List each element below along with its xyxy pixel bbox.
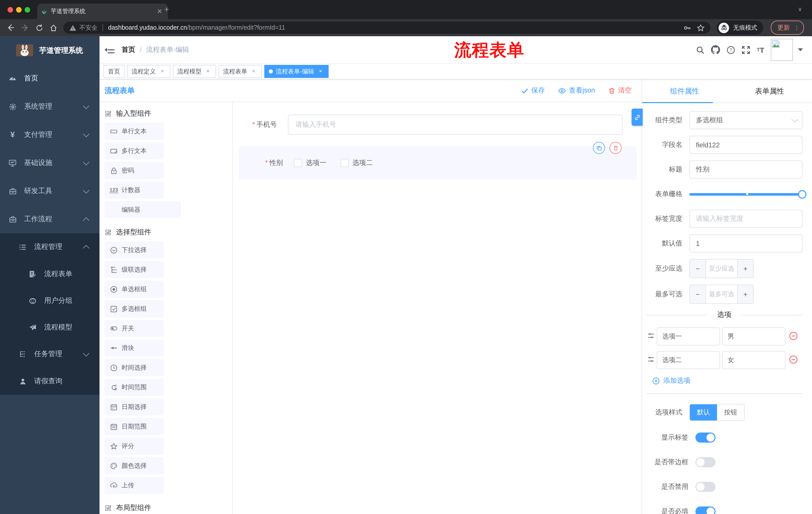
password-key-icon[interactable] — [684, 24, 691, 31]
avatar-caret-icon[interactable] — [798, 48, 803, 51]
tag-流程模型[interactable]: 流程模型× — [173, 65, 216, 78]
component-item-评分[interactable]: 评分 — [105, 437, 164, 455]
drag-handle[interactable] — [647, 332, 655, 341]
bookmark-star-icon[interactable] — [697, 24, 704, 31]
slider-handle[interactable] — [798, 190, 807, 198]
tab-component-props[interactable]: 组件属性 — [642, 79, 727, 103]
component-item-上传[interactable]: 上传 — [105, 477, 164, 494]
stepper-minus-button[interactable]: − — [690, 285, 705, 303]
tag-流程定义[interactable]: 流程定义× — [127, 65, 170, 78]
tag-close-icon[interactable]: × — [250, 68, 257, 75]
link-toggle-tab[interactable] — [632, 109, 643, 126]
browser-tab[interactable]: 芋道管理系统 ✕ — [37, 3, 168, 19]
phone-input[interactable]: 请输入手机号 — [288, 115, 622, 135]
component-item-时间选择[interactable]: 时间选择 — [105, 359, 164, 376]
gender-field-selected-block[interactable]: *性别 选项一 选项二 — [239, 146, 637, 180]
grid-slider[interactable] — [689, 185, 803, 203]
zoom-window-button[interactable] — [25, 7, 30, 12]
search-icon[interactable] — [696, 46, 705, 54]
minimize-window-button[interactable] — [16, 7, 22, 12]
option-value-input[interactable]: 男 — [722, 327, 785, 346]
tag-close-icon[interactable]: × — [159, 68, 166, 75]
option-label-input[interactable]: 选项一 — [657, 327, 720, 346]
drag-handle[interactable] — [647, 356, 655, 364]
security-warning-icon[interactable] — [69, 24, 76, 31]
component-item-多行文本[interactable]: 多行文本 — [105, 142, 164, 159]
add-option-button[interactable]: 添加选项 — [652, 376, 803, 385]
component-item-日期选择[interactable]: 日期选择 — [105, 398, 164, 415]
delete-component-button[interactable] — [609, 142, 621, 154]
sidebar-item-任务管理[interactable]: 任务管理 — [0, 341, 99, 368]
field-input-默认值[interactable]: 1 — [689, 234, 803, 252]
tag-close-icon[interactable]: × — [317, 68, 324, 75]
component-item-计数器[interactable]: 123计数器 — [105, 182, 164, 199]
reload-icon[interactable] — [36, 24, 43, 31]
sidebar-item-支付管理[interactable]: ¥支付管理 — [0, 121, 99, 149]
field-input-标签宽度[interactable]: 请输入标签宽度 — [689, 210, 803, 228]
tab-close-icon[interactable]: ✕ — [155, 7, 164, 15]
toggle-是否带边框[interactable] — [695, 457, 716, 467]
field-input-字段名[interactable]: field122 — [689, 136, 803, 154]
sidebar-item-流程表单[interactable]: 流程表单 — [0, 261, 99, 287]
component-item-下拉选择[interactable]: 下拉选择 — [105, 241, 164, 259]
help-icon[interactable]: ? — [727, 46, 735, 54]
option-label-input[interactable]: 选项二 — [657, 351, 720, 369]
component-item-多选框组[interactable]: 多选框组 — [105, 300, 164, 317]
sidebar-logo[interactable]: 芋道管理系统 — [0, 36, 99, 64]
copy-component-button[interactable] — [593, 142, 605, 154]
stepper-minus-button[interactable]: − — [690, 260, 705, 278]
close-window-button[interactable] — [7, 7, 13, 12]
component-item-颜色选择[interactable]: 颜色选择 — [105, 457, 164, 474]
sidebar-item-流程模型[interactable]: 流程模型 — [0, 314, 99, 341]
stepper-input[interactable]: 至少应选 — [705, 260, 737, 278]
stepper-plus-button[interactable]: + — [737, 260, 753, 278]
sidebar-item-用户分组[interactable]: 用户分组 — [0, 287, 99, 314]
clear-button[interactable]: 清空 — [608, 86, 632, 95]
tag-close-icon[interactable]: × — [204, 68, 211, 75]
component-item-单选框组[interactable]: 单选框组 — [105, 281, 164, 298]
gender-option-1-checkbox[interactable]: 选项一 — [294, 158, 326, 167]
component-item-单行文本[interactable]: 单行文本 — [105, 123, 164, 140]
toggle-是否必填[interactable] — [695, 507, 716, 514]
tag-流程表单-编辑[interactable]: 流程表单-编辑× — [264, 65, 329, 78]
sidebar-item-系统管理[interactable]: 系统管理 — [0, 92, 99, 121]
browser-update-button[interactable]: 更新 ⋮ — [771, 21, 804, 35]
view-json-button[interactable]: 查看json — [558, 86, 595, 95]
component-item-日期范围[interactable]: 日期范围 — [105, 418, 164, 435]
fullscreen-icon[interactable] — [742, 46, 750, 54]
sidebar-item-工作流程[interactable]: 工作流程 — [0, 205, 99, 233]
browser-menu-dots-icon[interactable]: ⋮ — [794, 24, 800, 31]
github-icon[interactable] — [711, 45, 720, 54]
sidebar-item-流程管理[interactable]: 流程管理 — [0, 233, 99, 261]
checkbox-icon[interactable] — [294, 159, 302, 167]
forward-icon[interactable] — [21, 24, 29, 32]
component-item-开关[interactable]: 开关 — [105, 320, 164, 337]
component-item-级联选择[interactable]: 级联选择 — [105, 261, 164, 278]
sidebar-item-请假查询[interactable]: 请假查询 — [0, 368, 99, 395]
tag-流程表单[interactable]: 流程表单× — [219, 65, 262, 78]
component-item-滑块[interactable]: 滑块 — [105, 340, 164, 357]
url-bar[interactable]: 不安全 dashboard.yudao.iocoder.cn/bpm/manag… — [63, 22, 710, 34]
sidebar-item-研发工具[interactable]: 研发工具 — [0, 177, 99, 205]
component-item-密码[interactable]: 密码 — [105, 162, 164, 179]
tag-首页[interactable]: 首页 — [104, 65, 125, 78]
breadcrumb-home[interactable]: 首页 — [122, 45, 135, 54]
tab-form-props[interactable]: 表单属性 — [727, 79, 812, 103]
remove-option-button[interactable] — [789, 331, 798, 342]
sidebar-item-首页[interactable]: 首页 — [0, 64, 99, 92]
tab-search-caret-icon[interactable]: ∨ — [798, 6, 802, 12]
sidebar-collapse-icon[interactable] — [105, 46, 115, 54]
sidebar-item-基础设施[interactable]: 基础设施 — [0, 149, 99, 177]
home-icon[interactable] — [50, 24, 57, 31]
checkbox-icon[interactable] — [341, 159, 348, 167]
component-item-编辑器[interactable]: 编辑器 — [105, 201, 181, 218]
phone-field-row[interactable]: *手机号 请输入手机号 — [233, 115, 642, 135]
new-tab-button[interactable]: + — [164, 5, 169, 13]
font-size-icon[interactable]: TT — [757, 46, 764, 54]
stepper-plus-button[interactable]: + — [737, 285, 753, 303]
remove-option-button[interactable] — [789, 355, 798, 366]
style-button-button[interactable]: 按钮 — [717, 404, 744, 421]
field-input-标题[interactable]: 性别 — [689, 160, 803, 179]
component-item-时间范围[interactable]: 时间范围 — [105, 379, 164, 396]
stepper-input[interactable]: 最多可选 — [705, 285, 737, 303]
